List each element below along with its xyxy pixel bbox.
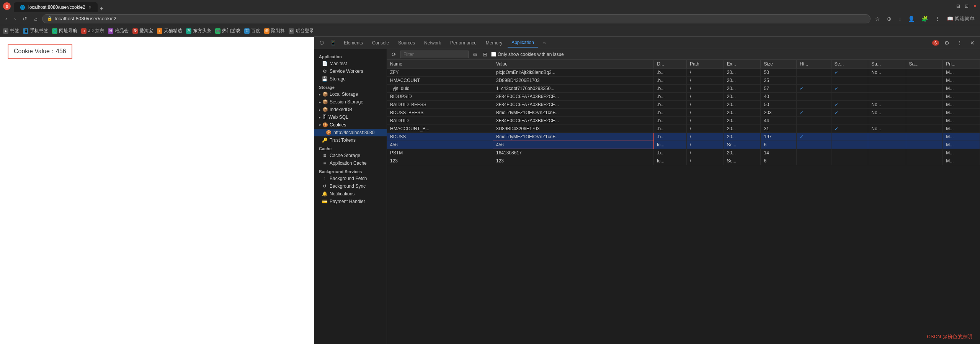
table-row[interactable]: 456456lo.../Se...6M... xyxy=(387,141,980,149)
account-button[interactable]: 👤 xyxy=(906,15,917,23)
app-cache-icon: ≡ xyxy=(322,161,327,166)
window-control-close[interactable]: ✕ xyxy=(973,3,977,9)
only-issues-checkbox[interactable] xyxy=(491,52,496,57)
sidebar-group-web-sql[interactable]: ▸ 🗄 Web SQL xyxy=(314,113,387,121)
sidebar-item-manifest[interactable]: 📄 Manifest xyxy=(314,60,387,67)
sidebar-item-bg-sync[interactable]: ↺ Background Sync xyxy=(314,182,387,190)
devtools-settings-icon[interactable]: ⚙ xyxy=(942,39,952,47)
table-row[interactable]: _yjs_duid1_c43cdbf7176bb0293350....b.../… xyxy=(387,85,980,93)
table-cell: 20... xyxy=(724,133,761,141)
bookmark-item[interactable]: 📱 手机书签 xyxy=(23,28,48,34)
sidebar-item-payment-handler[interactable]: 💳 Payment Handler xyxy=(314,198,387,205)
sidebar-item-cache-storage[interactable]: ≡ Cache Storage xyxy=(314,152,387,159)
table-cell: .b... xyxy=(654,69,687,77)
reading-mode[interactable]: 📖 阅读简单 xyxy=(945,15,977,23)
table-row[interactable]: 123123lo.../Se...6M... xyxy=(387,157,980,165)
home-button[interactable]: ⌂ xyxy=(32,15,39,23)
col-samesite[interactable]: Sa... xyxy=(868,60,906,69)
table-cell: / xyxy=(687,109,724,117)
tab-close-button[interactable]: ✕ xyxy=(88,5,91,10)
bookmark-item[interactable]: 爱 爱淘宝 xyxy=(132,28,153,34)
bookmark-item[interactable]: 东 东方头条 xyxy=(186,28,211,34)
sidebar-item-trust-tokens[interactable]: 🔑 Trust Tokens xyxy=(314,136,387,144)
col-priority[interactable]: Pri... xyxy=(943,60,980,69)
table-row[interactable]: PSTM1641308617.b.../20...14M... xyxy=(387,149,980,157)
sidebar-item-bg-fetch[interactable]: ↑ Background Fetch xyxy=(314,175,387,182)
table-cell xyxy=(868,141,906,149)
sidebar-item-service-workers[interactable]: ⚙ Service Workers xyxy=(314,67,387,75)
col-secure[interactable]: Se... xyxy=(831,60,868,69)
bookmark-item[interactable]: 唯 唯品会 xyxy=(108,28,129,34)
col-path[interactable]: Path xyxy=(687,60,724,69)
refresh-cookies-button[interactable]: ⟳ xyxy=(390,51,398,58)
sidebar-item-localhost[interactable]: 🍪 http://localhost:8080 xyxy=(314,129,387,136)
window-control-left[interactable]: ⊟ xyxy=(956,3,960,9)
bookmark-star[interactable]: ☆ xyxy=(873,15,882,23)
bookmark-item[interactable]: ⚙ 后台登录 xyxy=(289,28,314,34)
sidebar-group-session-storage[interactable]: ▸ 📦 Session Storage xyxy=(314,98,387,106)
table-row[interactable]: ZFYplcjqOmEnl:Ajt2lk8lem:Bg3....b.../20.… xyxy=(387,69,980,77)
table-row[interactable]: BAIDUID3F84E0CC6FA7A03B6F2CE....b.../20.… xyxy=(387,117,980,125)
forward-button[interactable]: › xyxy=(12,15,18,23)
col-value[interactable]: Value xyxy=(493,60,654,69)
refresh-button[interactable]: ↺ xyxy=(20,15,29,23)
new-tab-button[interactable]: + xyxy=(98,5,106,12)
sidebar-item-notifications[interactable]: 🔔 Notifications xyxy=(314,190,387,198)
table-cell: M... xyxy=(943,149,980,157)
tab-network[interactable]: Network xyxy=(420,39,445,47)
back-button[interactable]: ‹ xyxy=(3,15,10,23)
table-row[interactable]: BDUSS_BFESSBmdTdyMEZ1OElOVnZ1cnF....b...… xyxy=(387,109,980,117)
tab-console[interactable]: Console xyxy=(368,39,393,47)
sidebar-item-storage[interactable]: 💾 Storage xyxy=(314,75,387,83)
table-row[interactable]: HMACCOUNT_B...3D89BD43206E1703.h.../20..… xyxy=(387,125,980,133)
devtools-device-icon[interactable]: 📱 xyxy=(328,39,338,46)
menu-button[interactable]: ⋮ xyxy=(933,15,942,23)
bookmark-item[interactable]: 🎮 热门游戏 xyxy=(215,28,240,34)
table-row[interactable]: BDUSSBmdTdyMEZ1OElOVnZ1cnF....b.../20...… xyxy=(387,133,980,141)
col-httponly[interactable]: Ht... xyxy=(797,60,831,69)
col-domain[interactable]: D... xyxy=(654,60,687,69)
address-bar[interactable]: 🔒 localhost:8080/user/cookie2 xyxy=(42,14,871,23)
table-row[interactable]: HMACCOUNT3D89BD43206E1703.h.../20...25M.… xyxy=(387,77,980,85)
table-cell: 123 xyxy=(387,157,493,165)
col-size[interactable]: Size xyxy=(761,60,797,69)
devtools-inspect-icon[interactable]: ⬡ xyxy=(317,39,326,46)
bookmark-item[interactable]: 🌐 网址导航 xyxy=(52,28,77,34)
bookmark-item[interactable]: ★ 书签 xyxy=(3,28,19,34)
bookmark-item[interactable]: 聚 聚划算 xyxy=(264,28,285,34)
clear-filter-button[interactable]: ⊗ xyxy=(471,51,479,58)
download-button[interactable]: ↓ xyxy=(896,15,903,23)
table-cell: BDUSS_BFESS xyxy=(387,109,493,117)
bookmark-item[interactable]: 百 百度 xyxy=(244,28,260,34)
filter-options-button[interactable]: ⊞ xyxy=(481,51,489,58)
tab-application[interactable]: Application xyxy=(508,38,538,48)
col-name[interactable]: Name xyxy=(387,60,493,69)
sidebar-group-cookies[interactable]: ▾ 🍪 Cookies xyxy=(314,121,387,129)
table-cell xyxy=(797,101,831,109)
col-expires[interactable]: Ex... xyxy=(724,60,761,69)
tab-performance[interactable]: Performance xyxy=(446,39,480,47)
tab-more[interactable]: » xyxy=(539,39,550,47)
devtools-close-icon[interactable]: ✕ xyxy=(968,39,977,47)
bookmark-item[interactable]: T 天猫精选 xyxy=(157,28,182,34)
sidebar-item-app-cache[interactable]: ≡ Application Cache xyxy=(314,159,387,167)
extension-button[interactable]: 🧩 xyxy=(919,15,930,23)
table-cell: 3F84E0CC6FA7A03B6F2CE... xyxy=(493,101,654,109)
tab-sources[interactable]: Sources xyxy=(394,39,419,47)
devtools-right-icons: 6 ⚙ ⋮ ✕ xyxy=(932,39,977,47)
active-tab[interactable]: 🌐 localhost:8080/user/cookie2 ✕ xyxy=(14,2,98,12)
col-samesite2[interactable]: Sa... xyxy=(906,60,943,69)
table-row[interactable]: BIDUPSID3F84E0CC6FA7A03B6F2CE....b.../20… xyxy=(387,93,980,101)
sidebar-group-local-storage[interactable]: ▸ 📦 Local Storage xyxy=(314,90,387,98)
cookie-filter-input[interactable] xyxy=(400,51,469,58)
tab-elements[interactable]: Elements xyxy=(340,39,367,47)
sidebar-group-indexeddb[interactable]: ▸ 📦 IndexedDB xyxy=(314,106,387,113)
devtools-more-icon[interactable]: ⋮ xyxy=(955,39,965,47)
tab-memory[interactable]: Memory xyxy=(482,39,506,47)
table-cell: 456 xyxy=(387,141,493,149)
add-to-desktop[interactable]: ⊕ xyxy=(885,15,894,23)
only-issues-checkbox-label[interactable]: Only show cookies with an issue xyxy=(491,52,564,57)
window-control-right[interactable]: ⊡ xyxy=(965,3,969,9)
table-row[interactable]: BAIDUID_BFESS3F84E0CC6FA7A03B6F2CE....b.… xyxy=(387,101,980,109)
bookmark-item[interactable]: J JD 京东 xyxy=(81,28,104,34)
